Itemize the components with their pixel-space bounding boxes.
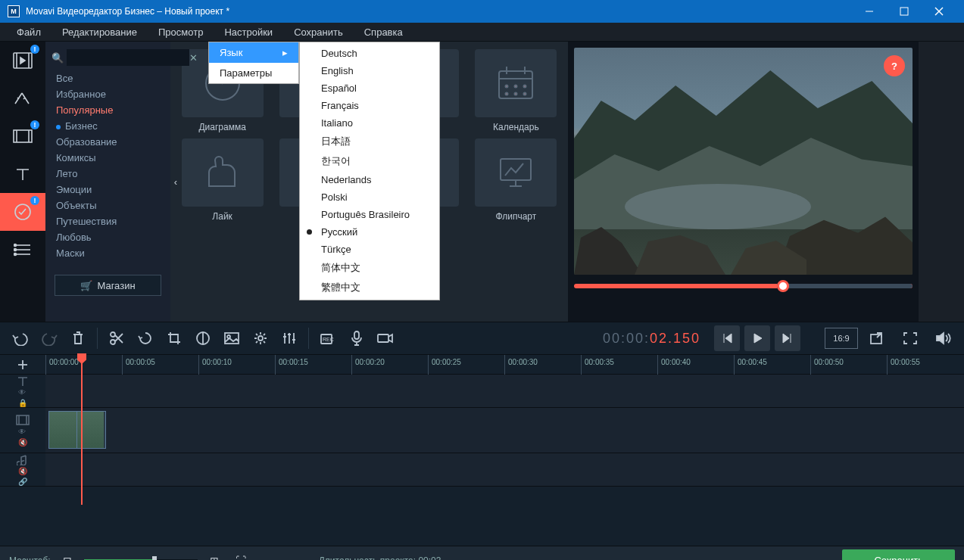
settings-button[interactable]	[246, 325, 275, 351]
visibility-icon[interactable]: 👁	[18, 388, 27, 397]
menu-help[interactable]: Справка	[354, 24, 413, 40]
language-option[interactable]: 한국어	[300, 151, 439, 171]
window-title: Movavi Видеоредактор Бизнес – Новый прое…	[26, 6, 852, 17]
menu-settings[interactable]: Настройки	[214, 24, 283, 40]
play-button[interactable]	[744, 325, 770, 351]
lock-icon[interactable]: 🔒	[18, 399, 27, 407]
category-item[interactable]: Комиксы	[45, 150, 170, 166]
category-item[interactable]: Объекты	[45, 198, 170, 213]
record-button[interactable]: REC	[314, 325, 342, 351]
picture-button[interactable]	[217, 325, 246, 351]
seek-bar[interactable]	[574, 284, 913, 288]
zoom-out-icon[interactable]: ⊟	[63, 555, 72, 561]
undo-button[interactable]	[6, 325, 35, 351]
language-option[interactable]: Türkçe	[300, 241, 439, 258]
maximize-button[interactable]	[887, 0, 922, 23]
fullscreen-button[interactable]	[896, 325, 925, 351]
svg-rect-40	[354, 331, 359, 339]
language-option[interactable]: Nederlands	[300, 171, 439, 188]
menubar: Файл Редактирование Просмотр Настройки С…	[0, 23, 964, 42]
svg-point-15	[14, 244, 17, 247]
category-item[interactable]: Все	[45, 70, 170, 86]
zoom-fit-icon[interactable]: ⛶	[236, 555, 246, 561]
save-button[interactable]: Сохранить	[842, 549, 955, 561]
add-track-button[interactable]	[12, 356, 33, 373]
rotate-button[interactable]	[131, 325, 160, 351]
submenu-language[interactable]: Язык▸	[209, 42, 298, 63]
category-item[interactable]: Лето	[45, 166, 170, 182]
language-option[interactable]: Italiano	[300, 114, 439, 132]
language-option[interactable]: 日本語	[300, 132, 439, 151]
language-option[interactable]: Polski	[300, 188, 439, 206]
prev-frame-button[interactable]	[714, 325, 740, 351]
language-option[interactable]: Español	[300, 79, 439, 97]
detach-button[interactable]	[863, 325, 891, 351]
language-option[interactable]: Deutsch	[300, 45, 439, 62]
rail-filters[interactable]	[0, 79, 45, 117]
menu-file[interactable]: Файл	[6, 24, 51, 40]
category-item[interactable]: Бизнес	[45, 118, 170, 134]
rail-stickers[interactable]: !	[0, 193, 45, 231]
delete-button[interactable]	[64, 325, 92, 351]
mute-icon[interactable]: 🔇	[18, 438, 27, 446]
next-frame-button[interactable]	[775, 325, 800, 351]
settings-submenu: Язык▸ Параметры	[208, 42, 299, 84]
category-item[interactable]: Популярные	[45, 102, 170, 118]
crop-button[interactable]	[160, 325, 189, 351]
language-option[interactable]: Русский	[300, 223, 439, 241]
search-input[interactable]	[67, 49, 189, 66]
chevron-right-icon: ▸	[282, 47, 288, 58]
camera-button[interactable]	[371, 325, 400, 351]
asset-item[interactable]: Календарь	[470, 49, 562, 132]
video-clip[interactable]	[48, 411, 106, 449]
link-icon[interactable]: 🔗	[18, 478, 27, 486]
category-item[interactable]: Эмоции	[45, 182, 170, 198]
category-item[interactable]: Путешествия	[45, 213, 170, 229]
timeline-ruler[interactable]: 00:00:0000:00:0500:00:1000:00:1500:00:20…	[45, 355, 964, 374]
category-item[interactable]: Маски	[45, 245, 170, 261]
minimize-button[interactable]	[852, 0, 887, 23]
menu-save[interactable]: Сохранить	[283, 24, 354, 40]
language-option[interactable]: Português Brasileiro	[300, 206, 439, 223]
svg-rect-35	[225, 333, 239, 344]
track-body-titles[interactable]	[45, 375, 964, 407]
playhead[interactable]	[81, 355, 83, 505]
aspect-ratio-button[interactable]: 16:9	[825, 328, 858, 349]
submenu-parameters[interactable]: Параметры	[209, 63, 298, 83]
split-button[interactable]	[102, 325, 131, 351]
clear-search-button[interactable]: ✕	[189, 50, 198, 65]
volume-button[interactable]	[929, 325, 958, 351]
menu-view[interactable]: Просмотр	[148, 24, 214, 40]
track-body-audio[interactable]	[45, 453, 964, 486]
category-item[interactable]: Избранное	[45, 86, 170, 102]
category-item[interactable]: Образование	[45, 134, 170, 150]
app-icon: M	[8, 5, 20, 17]
ruler-tick: 00:00:05	[122, 355, 198, 375]
redo-button[interactable]	[35, 325, 64, 351]
language-option[interactable]: 繁體中文	[300, 278, 439, 297]
close-button[interactable]	[922, 0, 956, 23]
language-option[interactable]: 简体中文	[300, 258, 439, 278]
mute-icon[interactable]: 🔇	[18, 467, 27, 475]
color-button[interactable]	[189, 325, 217, 351]
asset-item[interactable]: Лайк	[176, 138, 268, 222]
rail-transitions[interactable]: !	[0, 117, 45, 155]
rail-titles[interactable]	[0, 155, 45, 193]
equalizer-button[interactable]	[275, 325, 304, 351]
store-button[interactable]: 🛒Магазин	[55, 275, 161, 296]
preview-video[interactable]	[574, 48, 913, 275]
seek-knob[interactable]	[777, 280, 789, 292]
track-body-video[interactable]	[45, 408, 964, 453]
language-option[interactable]: Français	[300, 97, 439, 114]
asset-item[interactable]: Флипчарт	[470, 138, 562, 222]
category-item[interactable]: Любовь	[45, 229, 170, 245]
rail-media[interactable]: !	[0, 42, 45, 79]
rail-more[interactable]	[0, 231, 45, 269]
microphone-button[interactable]	[342, 325, 371, 351]
menu-edit[interactable]: Редактирование	[51, 24, 148, 40]
visibility-icon[interactable]: 👁	[18, 428, 27, 436]
help-button[interactable]: ?	[884, 55, 905, 76]
zoom-in-icon[interactable]: ⊞	[210, 555, 219, 561]
language-option[interactable]: English	[300, 62, 439, 79]
collapse-panel-button[interactable]: ‹	[170, 163, 181, 201]
